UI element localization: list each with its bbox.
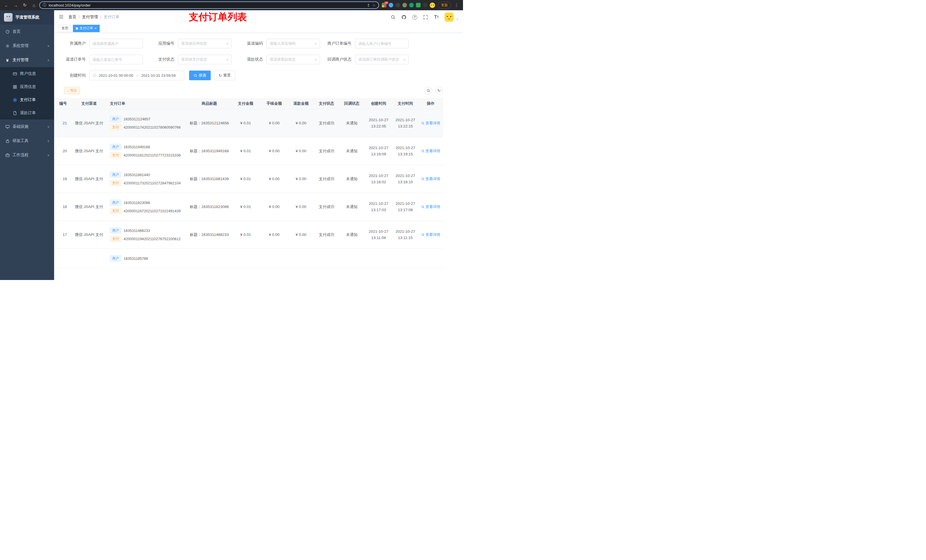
cell-action: 查看详情 [418, 221, 443, 249]
merchant-tag: 商户 [110, 144, 121, 150]
navbar: 首页 / 支付管理 / 支付订单 支付订单列表 ? TT ∨ [54, 10, 463, 24]
cell-order: 商户 1635312124657 支付 42000011742021102780… [108, 109, 188, 137]
help-icon[interactable]: ? [412, 14, 418, 20]
monitor-icon [5, 124, 10, 129]
app-select[interactable]: 请选择应用信息∨ [178, 39, 232, 48]
clock-icon [92, 73, 97, 77]
merchant-order-no-input[interactable] [355, 39, 409, 48]
search-icon[interactable] [390, 14, 396, 20]
extension-icon[interactable] [423, 3, 427, 8]
chevron-up-icon: ∧ [47, 58, 50, 62]
browser-update-button[interactable]: 更新 [438, 2, 451, 9]
reset-button[interactable]: ↻ 重置 [214, 71, 235, 80]
table-row[interactable]: 19 微信 JSAPI 支付 商户 1635311881440 支付 42000… [54, 165, 443, 193]
cell-order: 商户 1635311823086 支付 42000011672021102710… [108, 193, 188, 221]
merchant-input[interactable] [89, 39, 143, 48]
table-row[interactable]: 18 微信 JSAPI 支付 商户 1635311823086 支付 42000… [54, 193, 443, 221]
info-icon[interactable]: ⓘ [43, 3, 47, 8]
refresh-table-button[interactable]: ↻ [435, 86, 443, 95]
url-text[interactable]: localhost:1024/pay/order [49, 3, 365, 8]
table-toolbar: ↓ 导出 ↻ [54, 86, 443, 95]
user-avatar[interactable] [445, 12, 454, 22]
cell-pay-status: 支付成功 [314, 109, 339, 137]
extension-grid-icon[interactable]: 10 [382, 3, 386, 8]
cell-amount: ¥ 0.01 [231, 165, 260, 193]
merchant-order-no: 1635311823086 [124, 201, 150, 205]
sidebar-toggle-icon[interactable] [59, 14, 64, 20]
date-end[interactable]: 2021-10-31 23:59:59 [141, 73, 176, 78]
pay-order-no: 4200001174202110278060590766 [124, 125, 181, 130]
browser-home-icon[interactable]: ⌂ [30, 2, 38, 9]
extension-icon[interactable] [395, 3, 400, 8]
cell-refund: ¥ 0.00 [288, 193, 314, 221]
browser-menu-icon[interactable]: ⋮ [453, 2, 460, 9]
cell-order: 商户 1635311949168 支付 42000011812021102777… [108, 137, 188, 165]
logo: 芋道管理系统 [0, 10, 54, 24]
font-size-icon[interactable]: TT [434, 14, 439, 20]
cell-fee: ¥ 0.00 [260, 221, 288, 249]
browser-back-icon[interactable]: ← [3, 2, 10, 9]
channel-order-no-input[interactable] [89, 54, 143, 64]
browser-forward-icon[interactable]: → [12, 2, 20, 9]
tab-close-icon[interactable]: × [95, 26, 97, 30]
dashboard-icon [5, 29, 10, 34]
extension-icon[interactable] [409, 3, 414, 8]
extension-icon[interactable] [389, 3, 393, 8]
view-detail-link[interactable]: 查看详情 [421, 148, 440, 154]
breadcrumb-home[interactable]: 首页 [68, 15, 76, 20]
toggle-search-button[interactable] [424, 86, 432, 95]
search-button[interactable]: 搜索 [189, 71, 211, 80]
sidebar-item-app-info[interactable]: 应用信息 [0, 80, 54, 93]
cell-title: 标题：1635312124656 [188, 109, 231, 137]
address-bar[interactable]: ⓘ localhost:1024/pay/order ↥ ☆ [39, 2, 379, 9]
sidebar-item-system[interactable]: 系统管理 ∨ [0, 39, 54, 53]
browser-reload-icon[interactable]: ↻ [21, 2, 29, 9]
tab-home[interactable]: 首页 [59, 25, 71, 32]
cell-pay-status: 支付成功 [314, 221, 339, 249]
sidebar-item-merchant-info[interactable]: 商户信息 [0, 67, 54, 80]
table-row[interactable]: 20 微信 JSAPI 支付 商户 1635311949168 支付 42000… [54, 137, 443, 165]
export-button[interactable]: ↓ 导出 [64, 87, 80, 94]
sidebar-item-pay-order[interactable]: 支付订单 [0, 93, 54, 106]
cell-pay-status: 支付成功 [314, 165, 339, 193]
cell-notify-status: 未通知 [339, 221, 365, 249]
cell-create-time: 2021-10-2713:17:03 [365, 193, 392, 221]
sidebar-item-infra[interactable]: 基础设施 ∨ [0, 119, 54, 134]
card-icon [12, 71, 17, 76]
bookmark-star-icon[interactable]: ☆ [372, 3, 375, 8]
cell-channel: 微信 JSAPI 支付 [70, 193, 108, 221]
pay-order-no: 4200001181202110277723215336 [124, 153, 181, 157]
extension-icon[interactable] [402, 3, 407, 8]
fullscreen-icon[interactable] [423, 14, 428, 20]
github-icon[interactable] [401, 14, 407, 20]
sidebar-item-workflow[interactable]: 工作流程 ∨ [0, 148, 54, 162]
payment-submenu: 商户信息 应用信息 支付订单 退款订单 [0, 67, 54, 119]
breadcrumb-payment[interactable]: 支付管理 [82, 15, 98, 20]
date-start[interactable]: 2021-10-01 00:00:00 [99, 73, 133, 78]
create-time-range-picker[interactable]: 2021-10-01 00:00:00 - 2021-10-31 23:59:5… [89, 71, 184, 80]
share-icon[interactable]: ↥ [367, 3, 370, 8]
cell-order: 商户 1635311881440 支付 42000011732021102728… [108, 165, 188, 193]
channel-code-select[interactable]: 请输入渠道编码∨ [266, 39, 320, 48]
table-row[interactable]: 17 微信 JSAPI 支付 商户 1635311468233 支付 42000… [54, 221, 443, 249]
chevron-down-icon: ∨ [403, 58, 406, 62]
view-detail-link[interactable]: 查看详情 [421, 121, 440, 126]
cell-title: 标题：1635311823086 [188, 193, 231, 221]
extension-icon[interactable] [416, 3, 421, 8]
refund-status-select[interactable]: 请选择退款状态∨ [266, 54, 320, 64]
avatar-caret-icon[interactable]: ∨ [457, 17, 458, 22]
browser-profile-avatar[interactable] [430, 3, 435, 8]
sidebar-item-home[interactable]: 首页 [0, 24, 54, 39]
pay-status-select[interactable]: 请选择支付状态∨ [178, 54, 232, 64]
sidebar-item-payment[interactable]: ¥ 支付管理 ∧ [0, 53, 54, 67]
notify-status-select[interactable]: 请选择订单回调商户状态∨ [355, 54, 409, 64]
view-detail-link[interactable]: 查看详情 [421, 232, 440, 237]
table-row[interactable]: 21 微信 JSAPI 支付 商户 1635312124657 支付 42000… [54, 109, 443, 137]
view-detail-link[interactable]: 查看详情 [421, 177, 440, 181]
logo-avatar [4, 13, 12, 22]
tab-pay-order[interactable]: 支付订单 × [73, 25, 100, 32]
sidebar-item-refund-order[interactable]: 退款订单 [0, 106, 54, 119]
sidebar-item-devtools[interactable]: 研发工具 ∨ [0, 134, 54, 148]
view-detail-link[interactable]: 查看详情 [421, 204, 440, 210]
cell-amount: ¥ 0.01 [231, 221, 260, 249]
